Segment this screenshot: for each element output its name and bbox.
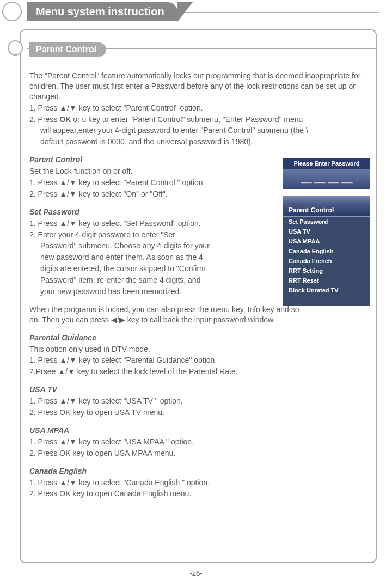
usa-tv-heading: USA TV — [29, 384, 367, 395]
menu-item: USA TV — [283, 227, 370, 236]
menu-item: Canada English — [283, 246, 370, 256]
password-dialog-header: Please Enter Password — [283, 158, 370, 169]
menu-item: RRT Reset — [283, 276, 370, 285]
canada-english-heading: Canada English — [29, 466, 367, 477]
intro-step-2: 2. Press OK or u key to enter "Parent Co… — [29, 114, 367, 125]
parental-guidance-desc: This option only used in DTV mode. — [29, 344, 367, 355]
canada-english-s2: 2. Press OK key to open Canada English m… — [29, 489, 367, 499]
menu-item: RRT Setting — [283, 266, 370, 276]
set-password-s1: 1. Press ▲/▼ key to select "Set Password… — [29, 218, 302, 229]
page-title: Menu system instruction — [27, 2, 177, 21]
intro-text: The "Parent Control" feature automatical… — [29, 71, 367, 102]
usa-mpaa-s1: 1. Press ▲/▼ key to select "USA MPAA " o… — [29, 437, 367, 447]
parental-guidance-s1: 1. Press ▲/▼ key to select "Parental Gui… — [29, 355, 367, 365]
section-title: Parent Control — [29, 42, 106, 57]
password-dialog-body: __ __ __ __ — [283, 169, 370, 189]
set-password-heading: Set Password — [29, 207, 302, 217]
intro-step-1: 1. Press ▲/▼ key to select "Parent Contr… — [29, 103, 367, 113]
parental-guidance-heading: Parental Guidance — [29, 333, 367, 343]
set-password-s2d: digits are entered, the cursor skipped t… — [29, 264, 302, 274]
subheader-bullet — [8, 40, 23, 56]
usa-tv-s2: 2. Press OK key to open USA TV menu. — [29, 407, 367, 418]
parental-guidance-s2: 2.Prsee ▲/▼ key to select the lock level… — [29, 367, 367, 377]
set-password-s2a: 2. Enter your 4-digit password to enter … — [29, 230, 302, 240]
usa-mpaa-s2: 2. Press OK key to open USA MPAA menu. — [29, 448, 367, 459]
menu-title: Parent Control — [283, 204, 370, 217]
menu-item: Set Password — [283, 217, 370, 227]
menu-item: Block Unrated TV — [283, 285, 370, 295]
password-dialog: Please Enter Password __ __ __ __ — [283, 158, 370, 189]
canada-english-s1: 1. Press ▲/▼ key to select "Canada Engli… — [29, 478, 367, 488]
intro-step-2b: will appear,enter your 4-digit password … — [29, 125, 367, 136]
set-password-s2e: Password" item, re-enter the same 4 digi… — [29, 275, 302, 285]
intro-step-2c: default password is 0000, and the univer… — [29, 137, 367, 147]
menu-gradient-top — [283, 196, 370, 204]
menu-item: USA MPAA — [283, 236, 370, 246]
header-bullet — [2, 2, 22, 21]
set-password-s2b: Password" submenu. Choose any 4-digits f… — [29, 241, 302, 251]
set-password-s2f: your new password has been memorized. — [29, 286, 302, 297]
set-password-s2c: new password and enter them. As soon as … — [29, 252, 302, 263]
usa-mpaa-heading: USA MPAA — [29, 425, 367, 436]
page-number: -26- — [0, 569, 392, 577]
locked-note: When the programs is locked, you can als… — [29, 304, 302, 325]
menu-item: Canada French — [283, 256, 370, 266]
usa-tv-s1: 1. Press ▲/▼ key to select "USA TV " opt… — [29, 396, 367, 406]
parent-control-menu: Parent Control Set Password USA TV USA M… — [283, 196, 370, 306]
